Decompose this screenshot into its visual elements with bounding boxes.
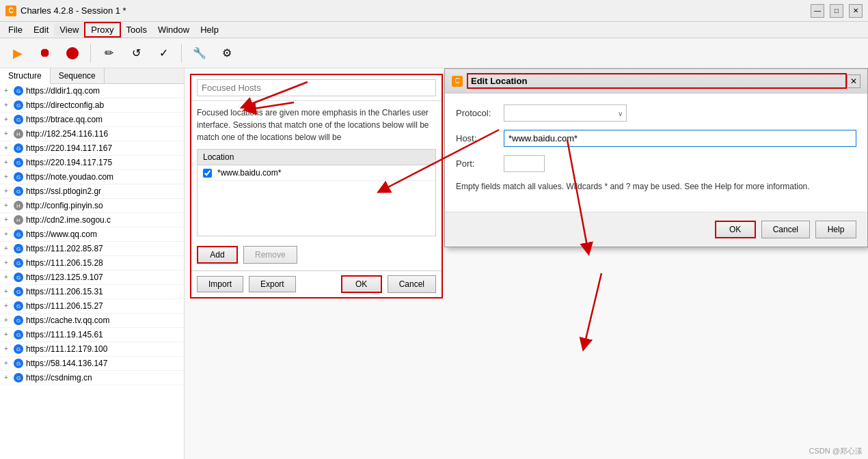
list-item[interactable]: + G https://dldir1.qq.com [0, 84, 184, 98]
dialog-close-button[interactable]: ✕ [847, 74, 860, 88]
host-icon: G [14, 230, 23, 239]
add-button[interactable]: Add [197, 246, 238, 264]
list-item[interactable]: + H http://cdn2.ime.sogou.c [0, 213, 184, 227]
ok-button-dialog[interactable]: OK [715, 221, 756, 238]
focused-hosts-panel: Focused locations are given more emphasi… [190, 74, 443, 298]
table-empty-area [198, 181, 435, 236]
refresh-icon: ↺ [132, 46, 141, 59]
tab-sequence[interactable]: Sequence [51, 68, 105, 83]
expand-icon: + [4, 359, 12, 367]
expand-icon: + [4, 245, 12, 253]
cancel-button-dialog[interactable]: Cancel [761, 221, 810, 238]
list-item[interactable]: + H http://config.pinyin.so [0, 199, 184, 213]
host-input[interactable] [504, 130, 856, 147]
menu-tools[interactable]: Tools [121, 23, 152, 36]
host-icon: G [14, 258, 23, 268]
host-field: Host: [456, 130, 856, 147]
expand-icon: + [4, 331, 12, 339]
svg-line-5 [584, 273, 601, 345]
edit-location-dialog: C Edit Location ✕ Protocol: http https [444, 68, 868, 247]
list-item[interactable]: + G https://ssl.ptlogin2.gr [0, 184, 184, 199]
sidebar-list: + G https://dldir1.qq.com + G https://di… [0, 84, 184, 456]
maximize-button[interactable]: □ [830, 4, 843, 18]
expand-icon: + [4, 216, 12, 224]
cancel-button-focused[interactable]: Cancel [388, 275, 436, 293]
host-icon: G [14, 316, 23, 325]
pen-button[interactable]: ✏ [96, 41, 121, 66]
help-button-dialog[interactable]: Help [815, 221, 856, 238]
menu-window[interactable]: Window [152, 23, 195, 36]
menu-view[interactable]: View [54, 23, 84, 36]
import-button[interactable]: Import [197, 276, 243, 292]
sidebar-item-label: https://111.202.85.87 [26, 244, 103, 253]
host-icon: G [14, 186, 23, 196]
main-area: Structure Sequence + G https://dldir1.qq… [0, 68, 868, 459]
menu-help[interactable]: Help [195, 23, 224, 36]
host-icon: G [14, 344, 23, 354]
start-button[interactable]: ▶ [5, 41, 30, 66]
close-button[interactable]: ✕ [849, 4, 863, 18]
list-item[interactable]: + G https://csdnimg.cn [0, 371, 184, 385]
window-controls: — □ ✕ [811, 4, 863, 18]
list-item[interactable]: + G https://cache.tv.qq.com [0, 314, 184, 328]
stop-button[interactable] [60, 41, 85, 66]
sidebar-item-label: https://ssl.ptlogin2.gr [26, 186, 101, 196]
list-item[interactable]: + G https://58.144.136.147 [0, 357, 184, 371]
toolbar: ▶ ⏺ ✏ ↺ ✓ 🔧 ⚙ [0, 38, 868, 68]
stop-icon [66, 47, 79, 59]
list-item[interactable]: + G https://123.125.9.107 [0, 270, 184, 285]
host-icon: G [14, 244, 23, 253]
menu-edit[interactable]: Edit [28, 23, 54, 36]
menu-file[interactable]: File [3, 23, 28, 36]
refresh-button[interactable]: ↺ [124, 41, 148, 66]
list-item[interactable]: + G https://111.19.145.61 [0, 328, 184, 342]
wrench-button[interactable]: 🔧 [187, 41, 212, 66]
expand-icon: + [4, 158, 12, 167]
list-item[interactable]: + G https://www.qq.com [0, 227, 184, 242]
port-field: Port: [456, 155, 856, 172]
port-input[interactable] [504, 155, 545, 172]
host-icon: G [14, 158, 23, 167]
ok-button-focused[interactable]: OK [341, 275, 382, 293]
list-item[interactable]: + G https://note.youdao.com [0, 170, 184, 184]
list-item[interactable]: + G https://111.206.15.31 [0, 285, 184, 299]
list-item[interactable]: + G https://directconfig.ab [0, 98, 184, 113]
host-icon: H [14, 215, 23, 225]
record-button[interactable]: ⏺ [33, 41, 57, 66]
list-item[interactable]: + G https://btrace.qq.com [0, 113, 184, 127]
list-item[interactable]: + G https://220.194.117.167 [0, 141, 184, 156]
list-item[interactable]: + G https://111.12.179.100 [0, 342, 184, 357]
list-item[interactable]: + G https://111.202.85.87 [0, 242, 184, 256]
host-icon: G [14, 287, 23, 296]
focused-hosts-footer: Import Export OK Cancel [191, 270, 442, 297]
list-item[interactable]: + G https://111.206.15.27 [0, 299, 184, 314]
expand-icon: + [4, 130, 12, 138]
focused-hosts-search-input[interactable] [197, 79, 436, 96]
list-item[interactable]: + G https://220.194.117.175 [0, 156, 184, 170]
protocol-select[interactable]: http https [504, 105, 627, 122]
window-title: Charles 4.2.8 - Session 1 * [21, 5, 126, 16]
export-button[interactable]: Export [249, 276, 296, 292]
expand-icon: + [4, 101, 12, 109]
check-button[interactable]: ✓ [151, 41, 176, 66]
remove-button[interactable]: Remove [243, 246, 297, 264]
list-item[interactable]: + G https://111.206.15.28 [0, 256, 184, 270]
host-icon: G [14, 86, 23, 96]
sidebar-item-label: https://111.19.145.61 [26, 330, 103, 339]
minimize-button[interactable]: — [811, 4, 824, 18]
protocol-control: http https [504, 105, 856, 122]
row-checkbox[interactable] [203, 169, 212, 178]
settings-button[interactable]: ⚙ [215, 41, 239, 66]
menu-proxy[interactable]: Proxy [84, 22, 120, 38]
host-control [504, 130, 856, 147]
record-icon: ⏺ [39, 46, 51, 60]
sidebar: Structure Sequence + G https://dldir1.qq… [0, 68, 185, 459]
sidebar-item-label: https://note.youdao.com [26, 172, 113, 182]
toolbar-divider-1 [90, 44, 91, 63]
sidebar-tabs: Structure Sequence [0, 68, 184, 84]
sidebar-item-label: https://111.206.15.27 [26, 301, 103, 311]
focused-hosts-input-area [191, 75, 442, 101]
tab-structure[interactable]: Structure [0, 68, 51, 84]
menu-bar: File Edit View Proxy Tools Window Help [0, 22, 868, 38]
list-item[interactable]: + H http://182.254.116.116 [0, 127, 184, 141]
